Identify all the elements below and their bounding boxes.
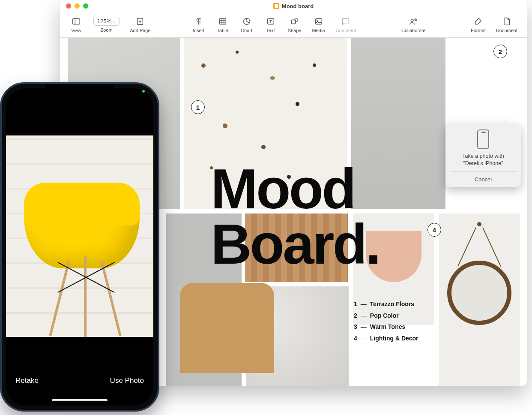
callout-4[interactable]: 4 (427, 223, 441, 237)
fullscreen-button[interactable] (83, 3, 88, 9)
titlebar: Mood board (60, 0, 527, 12)
add-page-label: Add Page (130, 28, 150, 33)
mirror-strap (477, 222, 481, 226)
svg-point-13 (295, 18, 298, 21)
document-heading[interactable]: Mood Board. (211, 161, 380, 272)
camera-active-indicator (142, 90, 145, 93)
format-button[interactable]: Format (466, 13, 490, 36)
iphone-device: Retake Use Photo (0, 82, 159, 412)
home-indicator[interactable] (52, 399, 108, 401)
svg-rect-14 (315, 18, 322, 24)
iphone-screen: Retake Use Photo (6, 88, 153, 406)
table-button[interactable]: Table (212, 13, 234, 36)
insert-button[interactable]: Insert (188, 13, 210, 36)
sidebar-icon (72, 17, 81, 26)
document-icon (502, 17, 511, 26)
chevron-down-icon: ⌄ (112, 19, 116, 24)
collaborate-label: Collaborate (401, 28, 425, 33)
status-indicators (142, 90, 145, 93)
iphone-outline-icon (477, 129, 489, 149)
text-button[interactable]: Text (260, 13, 282, 36)
zoom-value: 125% (97, 18, 111, 24)
view-button[interactable]: View (65, 13, 87, 36)
image-icon (314, 17, 323, 26)
media-label: Media (312, 28, 325, 33)
heading-line-1: Mood (211, 161, 380, 217)
minimize-button[interactable] (75, 3, 80, 9)
document-button[interactable]: Document (492, 13, 522, 36)
svg-point-17 (415, 19, 417, 21)
paintbrush-icon (473, 17, 483, 26)
continuity-camera-popover: Take a photo with "Derek's iPhone" Cance… (445, 123, 521, 187)
comment-label: Comment (336, 28, 356, 33)
image-tile-mirror[interactable] (439, 214, 520, 386)
callout-1[interactable]: 1 (191, 100, 205, 114)
close-button[interactable] (66, 3, 71, 9)
chart-button[interactable]: Chart (236, 13, 258, 36)
document-title: Mood board (273, 3, 314, 9)
zoom-label: Zoom (101, 27, 113, 33)
add-page-icon (135, 17, 145, 26)
pages-doc-icon (273, 3, 279, 9)
retake-button[interactable]: Retake (15, 376, 39, 385)
mirror-illustration (447, 261, 511, 325)
camera-viewfinder[interactable] (6, 135, 153, 337)
svg-rect-5 (219, 18, 226, 24)
shape-icon (290, 17, 299, 26)
table-icon (218, 17, 227, 26)
popover-cancel-button[interactable]: Cancel (450, 171, 517, 187)
chair-illustration (24, 187, 140, 268)
pie-chart-icon (242, 17, 251, 26)
legend-row: 2—Pop Color (354, 310, 418, 322)
media-button[interactable]: Media (308, 13, 330, 36)
legend-list[interactable]: 1—Terrazzo Floors 2—Pop Color 3—Warm Ton… (354, 298, 418, 344)
svg-point-16 (411, 19, 414, 21)
document-title-text: Mood board (282, 3, 314, 9)
use-photo-button[interactable]: Use Photo (110, 376, 144, 385)
chair-brace (54, 277, 118, 303)
iphone-notch (45, 84, 114, 97)
window-controls (66, 3, 88, 9)
comment-button: Comment (332, 13, 361, 36)
heading-line-2: Board. (211, 217, 380, 272)
document-label: Document (496, 28, 517, 33)
format-label: Format (471, 28, 486, 33)
chart-label: Chart (241, 28, 252, 33)
table-label: Table (217, 28, 228, 33)
comment-icon (341, 17, 350, 26)
zoom-control[interactable]: 125% ⌄ Zoom (89, 13, 124, 36)
legend-row: 4—Lighting & Decor (354, 333, 418, 344)
insert-label: Insert (193, 28, 205, 33)
collaborate-button[interactable]: Collaborate (397, 13, 430, 36)
pilcrow-icon (194, 17, 203, 26)
popover-message: Take a photo with "Derek's iPhone" (450, 153, 517, 167)
callout-2[interactable]: 2 (493, 45, 507, 58)
add-page-button[interactable]: Add Page (126, 13, 155, 36)
toolbar: View 125% ⌄ Zoom Add Page Insert (60, 12, 527, 38)
image-tile-sofa[interactable] (180, 283, 274, 373)
legend-row: 3—Warm Tones (354, 321, 418, 333)
camera-controls: Retake Use Photo (6, 337, 153, 406)
shape-button[interactable]: Shape (284, 13, 306, 36)
svg-rect-0 (73, 18, 80, 24)
view-label: View (71, 28, 81, 33)
shape-label: Shape (288, 28, 302, 33)
text-label: Text (266, 28, 275, 33)
legend-row: 1—Terrazzo Floors (354, 298, 418, 310)
collaborate-icon (409, 17, 418, 26)
text-box-icon (266, 17, 275, 26)
